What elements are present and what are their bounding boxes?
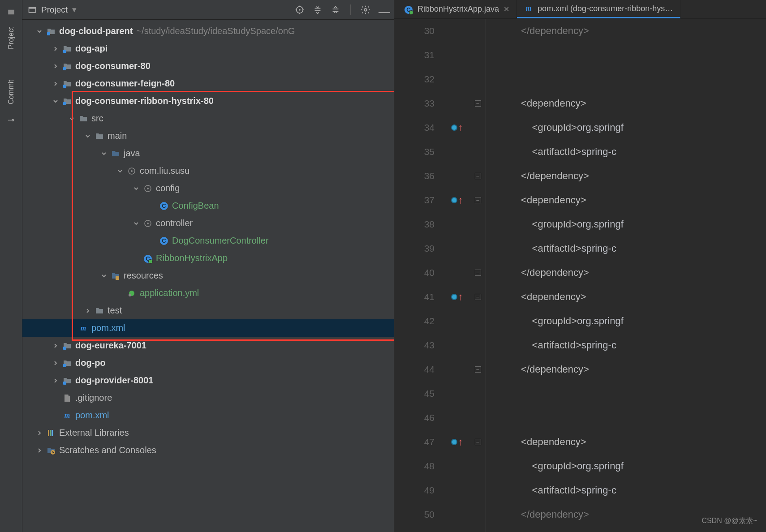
breakpoint-icon[interactable] — [451, 197, 457, 203]
tree-item[interactable]: dog-consumer-ribbon-hystrix-80 — [22, 92, 394, 110]
tree-item[interactable]: test — [22, 302, 394, 319]
tree-item[interactable]: controller — [22, 215, 394, 232]
tree-item-label: com.liu.susu — [140, 166, 189, 176]
fold-icon[interactable]: − — [475, 197, 481, 203]
editor-tab[interactable]: CRibbonHystrixApp.java✕ — [397, 0, 517, 18]
pkg-icon — [143, 219, 152, 228]
collapse-all-icon[interactable] — [331, 5, 340, 15]
code-line[interactable] — [494, 382, 766, 406]
breakpoint-icon[interactable] — [451, 294, 457, 300]
gutter-mark — [443, 382, 470, 406]
code-line[interactable]: </dependency> — [494, 164, 766, 188]
expand-all-icon[interactable] — [313, 5, 323, 15]
tree-item[interactable]: mpom.xml — [22, 319, 394, 337]
project-tree[interactable]: dog-cloud-parent ~/study/ideaStudy/ideaS… — [22, 20, 394, 532]
tree-item[interactable]: dog-eureka-7001 — [22, 337, 394, 354]
code-line[interactable]: </dependency> — [494, 19, 766, 43]
code-line[interactable]: </dependency> — [494, 261, 766, 285]
class-icon: C — [159, 236, 168, 245]
expander-icon[interactable] — [52, 63, 59, 70]
code-line[interactable]: <groupId>org.springf — [494, 454, 766, 478]
code-area[interactable]: </dependency> <dependency> <groupId>org.… — [486, 19, 766, 532]
tree-item[interactable]: mpom.xml — [22, 407, 394, 424]
expander-icon[interactable] — [52, 342, 59, 349]
tree-item[interactable]: java — [22, 145, 394, 162]
tree-item[interactable]: main — [22, 127, 394, 145]
fold-icon[interactable]: − — [475, 270, 481, 276]
breakpoint-icon[interactable] — [451, 124, 457, 131]
code-line[interactable]: <dependency> — [494, 285, 766, 309]
tree-item[interactable]: dog-provider-8001 — [22, 372, 394, 389]
expander-icon[interactable] — [52, 45, 59, 52]
code-line[interactable]: </dependency> — [494, 357, 766, 382]
tree-item[interactable]: resources — [22, 267, 394, 284]
expander-icon[interactable] — [133, 220, 140, 227]
tree-item[interactable]: CConfigBean — [22, 197, 394, 215]
expander-icon[interactable] — [68, 115, 75, 122]
fold-icon[interactable]: − — [475, 294, 481, 300]
tree-item[interactable]: application.yml — [22, 284, 394, 302]
tree-item[interactable]: config — [22, 180, 394, 197]
svg-point-4 — [299, 9, 301, 11]
expander-icon[interactable] — [36, 28, 43, 35]
tree-item[interactable]: src — [22, 110, 394, 127]
code-line[interactable] — [494, 406, 766, 430]
expander-icon[interactable] — [100, 272, 108, 279]
code-line[interactable]: <artifactId>spring-c — [494, 478, 766, 502]
tree-item[interactable]: Scratches and Consoles — [22, 442, 394, 459]
gutter-mark — [443, 478, 470, 502]
tree-item[interactable]: CDogConsumerController — [22, 232, 394, 249]
expander-icon[interactable] — [84, 133, 91, 140]
expander-icon[interactable] — [116, 167, 124, 175]
editor-tab[interactable]: mpom.xml (dog-consumer-ribbon-hys… — [517, 0, 680, 18]
close-icon[interactable]: ✕ — [503, 5, 509, 13]
tree-item[interactable]: External Libraries — [22, 424, 394, 442]
expander-icon[interactable] — [52, 98, 59, 105]
expander-icon[interactable] — [52, 80, 59, 87]
code-line[interactable] — [494, 43, 766, 67]
code-line[interactable]: <artifactId>spring-c — [494, 236, 766, 261]
expander-icon[interactable] — [36, 447, 43, 454]
tree-item[interactable]: dog-consumer-feign-80 — [22, 75, 394, 92]
fold-icon[interactable]: − — [475, 173, 481, 179]
tree-item[interactable]: dog-consumer-80 — [22, 57, 394, 75]
code-line[interactable]: <groupId>org.springf — [494, 309, 766, 333]
code-line[interactable]: <groupId>org.springf — [494, 116, 766, 140]
folder-icon — [95, 132, 104, 141]
tree-item[interactable]: .gitignore — [22, 389, 394, 407]
project-rail-label[interactable]: Project — [7, 27, 15, 49]
hide-icon[interactable]: — — [379, 5, 388, 15]
commit-rail-icon[interactable]: ⊸ — [8, 115, 14, 125]
expander-icon[interactable] — [52, 377, 59, 384]
select-opened-file-icon[interactable] — [295, 5, 305, 15]
tree-item[interactable]: dog-po — [22, 354, 394, 372]
code-line[interactable]: <dependency> — [494, 91, 766, 116]
tree-item[interactable]: CRibbonHystrixApp — [22, 249, 394, 267]
code-line[interactable]: <groupId>org.springf — [494, 212, 766, 236]
tree-item[interactable]: dog-cloud-parent ~/study/ideaStudy/ideaS… — [22, 22, 394, 40]
svg-rect-27 — [48, 430, 49, 436]
fold-icon[interactable]: − — [475, 366, 481, 373]
expander-icon[interactable] — [36, 429, 43, 437]
code-line[interactable]: <dependency> — [494, 430, 766, 454]
settings-icon[interactable] — [361, 5, 370, 15]
fold-icon[interactable]: − — [475, 100, 481, 107]
code-line[interactable]: <artifactId>spring-c — [494, 333, 766, 357]
tree-item-label: dog-consumer-ribbon-hystrix-80 — [75, 96, 214, 106]
tree-item[interactable]: dog-api — [22, 40, 394, 57]
breakpoint-icon[interactable] — [451, 439, 457, 445]
fold-cell: − — [470, 261, 485, 285]
expander-icon[interactable] — [100, 150, 108, 157]
view-dropdown-icon[interactable]: ▾ — [72, 4, 77, 15]
expander-icon[interactable] — [84, 307, 91, 314]
project-rail-icon[interactable] — [7, 8, 15, 16]
tree-item[interactable]: com.liu.susu — [22, 162, 394, 180]
code-line[interactable] — [494, 67, 766, 91]
code-line[interactable]: <artifactId>spring-c — [494, 140, 766, 164]
expander-icon[interactable] — [52, 360, 59, 367]
expander-icon[interactable] — [133, 185, 140, 192]
fold-icon[interactable]: − — [475, 439, 481, 445]
svg-rect-24 — [63, 347, 66, 350]
code-line[interactable]: <dependency> — [494, 188, 766, 212]
commit-rail-label[interactable]: Commit — [7, 80, 15, 104]
